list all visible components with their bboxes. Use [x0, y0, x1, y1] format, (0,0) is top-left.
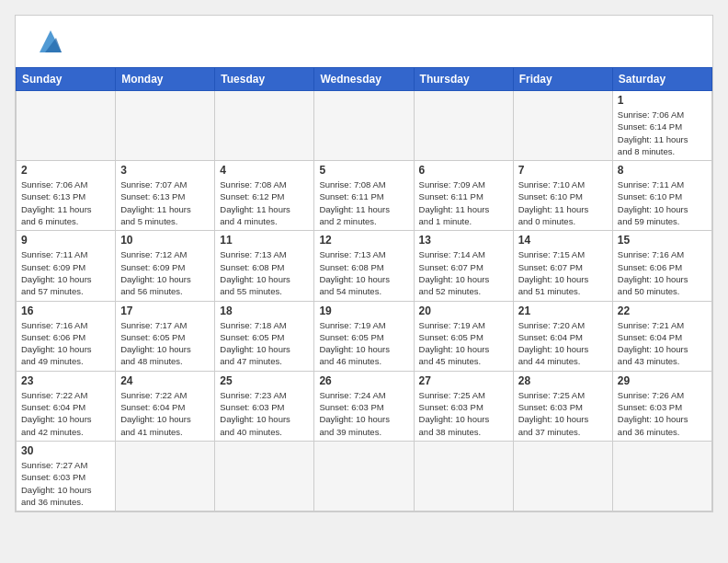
calendar-week-6: 30Sunrise: 7:27 AM Sunset: 6:03 PM Dayli… [17, 441, 712, 511]
calendar-cell: 9Sunrise: 7:11 AM Sunset: 6:09 PM Daylig… [17, 231, 116, 301]
calendar-cell: 1Sunrise: 7:06 AM Sunset: 6:14 PM Daylig… [612, 91, 711, 161]
day-number: 22 [618, 304, 707, 317]
day-number: 14 [518, 234, 608, 247]
calendar-week-2: 2Sunrise: 7:06 AM Sunset: 6:13 PM Daylig… [17, 161, 712, 231]
calendar-cell: 24Sunrise: 7:22 AM Sunset: 6:04 PM Dayli… [116, 371, 215, 441]
day-info: Sunrise: 7:25 AM Sunset: 6:03 PM Dayligh… [518, 389, 608, 438]
calendar-cell: 2Sunrise: 7:06 AM Sunset: 6:13 PM Daylig… [17, 161, 116, 231]
day-info: Sunrise: 7:17 AM Sunset: 6:05 PM Dayligh… [120, 319, 210, 368]
day-number: 30 [21, 444, 110, 457]
calendar-cell [314, 91, 414, 161]
calendar-table: SundayMondayTuesdayWednesdayThursdayFrid… [16, 67, 712, 511]
weekday-header-tuesday: Tuesday [215, 68, 314, 91]
day-info: Sunrise: 7:11 AM Sunset: 6:09 PM Dayligh… [21, 248, 110, 297]
calendar-cell: 19Sunrise: 7:19 AM Sunset: 6:05 PM Dayli… [314, 301, 414, 371]
calendar-cell: 28Sunrise: 7:25 AM Sunset: 6:03 PM Dayli… [513, 371, 612, 441]
day-number: 25 [220, 374, 309, 387]
day-info: Sunrise: 7:06 AM Sunset: 6:14 PM Dayligh… [618, 109, 707, 157]
day-info: Sunrise: 7:22 AM Sunset: 6:04 PM Dayligh… [21, 389, 110, 438]
day-info: Sunrise: 7:09 AM Sunset: 6:11 PM Dayligh… [419, 178, 508, 227]
calendar-cell: 29Sunrise: 7:26 AM Sunset: 6:03 PM Dayli… [612, 371, 711, 441]
calendar-cell [513, 441, 612, 511]
calendar-cell: 3Sunrise: 7:07 AM Sunset: 6:13 PM Daylig… [116, 161, 215, 231]
day-number: 2 [21, 164, 110, 177]
day-info: Sunrise: 7:12 AM Sunset: 6:09 PM Dayligh… [120, 248, 210, 297]
calendar-cell: 18Sunrise: 7:18 AM Sunset: 6:05 PM Dayli… [215, 301, 314, 371]
calendar-cell [17, 91, 116, 161]
calendar-cell [215, 91, 314, 161]
day-info: Sunrise: 7:19 AM Sunset: 6:05 PM Dayligh… [319, 319, 408, 368]
calendar-cell: 16Sunrise: 7:16 AM Sunset: 6:06 PM Dayli… [17, 301, 116, 371]
weekday-header-friday: Friday [513, 68, 612, 91]
calendar-cell: 20Sunrise: 7:19 AM Sunset: 6:05 PM Dayli… [414, 301, 513, 371]
calendar-cell: 14Sunrise: 7:15 AM Sunset: 6:07 PM Dayli… [513, 231, 612, 301]
logo-icon [36, 27, 65, 60]
calendar-cell: 13Sunrise: 7:14 AM Sunset: 6:07 PM Dayli… [414, 231, 513, 301]
day-number: 27 [419, 374, 508, 387]
calendar-cell: 5Sunrise: 7:08 AM Sunset: 6:11 PM Daylig… [314, 161, 414, 231]
day-number: 9 [21, 234, 110, 247]
calendar-cell [314, 441, 414, 511]
calendar-week-4: 16Sunrise: 7:16 AM Sunset: 6:06 PM Dayli… [17, 301, 712, 371]
day-info: Sunrise: 7:15 AM Sunset: 6:07 PM Dayligh… [518, 248, 608, 297]
day-number: 15 [618, 234, 707, 247]
day-info: Sunrise: 7:18 AM Sunset: 6:05 PM Dayligh… [220, 319, 309, 368]
day-info: Sunrise: 7:08 AM Sunset: 6:11 PM Dayligh… [319, 178, 408, 227]
day-number: 5 [319, 164, 408, 177]
day-info: Sunrise: 7:08 AM Sunset: 6:12 PM Dayligh… [220, 178, 309, 227]
calendar-cell [513, 91, 612, 161]
logo [30, 27, 65, 60]
day-number: 12 [319, 234, 408, 247]
calendar-cell [414, 91, 513, 161]
day-number: 17 [120, 304, 210, 317]
calendar-week-1: 1Sunrise: 7:06 AM Sunset: 6:14 PM Daylig… [17, 91, 712, 161]
calendar-cell: 15Sunrise: 7:16 AM Sunset: 6:06 PM Dayli… [612, 231, 711, 301]
weekday-header-sunday: Sunday [17, 68, 116, 91]
day-info: Sunrise: 7:25 AM Sunset: 6:03 PM Dayligh… [419, 389, 508, 438]
calendar-cell [414, 441, 513, 511]
day-number: 19 [319, 304, 408, 317]
day-number: 16 [21, 304, 110, 317]
day-info: Sunrise: 7:06 AM Sunset: 6:13 PM Dayligh… [21, 178, 110, 227]
calendar-cell: 6Sunrise: 7:09 AM Sunset: 6:11 PM Daylig… [414, 161, 513, 231]
day-number: 28 [518, 374, 608, 387]
calendar-cell [612, 441, 711, 511]
calendar-cell [116, 91, 215, 161]
day-number: 4 [220, 164, 309, 177]
calendar-cell: 27Sunrise: 7:25 AM Sunset: 6:03 PM Dayli… [414, 371, 513, 441]
day-number: 13 [419, 234, 508, 247]
day-number: 23 [21, 374, 110, 387]
calendar-cell: 26Sunrise: 7:24 AM Sunset: 6:03 PM Dayli… [314, 371, 414, 441]
calendar-cell: 25Sunrise: 7:23 AM Sunset: 6:03 PM Dayli… [215, 371, 314, 441]
calendar-week-3: 9Sunrise: 7:11 AM Sunset: 6:09 PM Daylig… [17, 231, 712, 301]
day-number: 29 [618, 374, 707, 387]
day-number: 21 [518, 304, 608, 317]
calendar-cell: 10Sunrise: 7:12 AM Sunset: 6:09 PM Dayli… [116, 231, 215, 301]
day-info: Sunrise: 7:24 AM Sunset: 6:03 PM Dayligh… [319, 389, 408, 438]
day-number: 11 [220, 234, 309, 247]
day-info: Sunrise: 7:13 AM Sunset: 6:08 PM Dayligh… [319, 248, 408, 297]
weekday-header-thursday: Thursday [414, 68, 513, 91]
weekday-header-monday: Monday [116, 68, 215, 91]
day-number: 10 [120, 234, 210, 247]
day-info: Sunrise: 7:13 AM Sunset: 6:08 PM Dayligh… [220, 248, 309, 297]
day-info: Sunrise: 7:10 AM Sunset: 6:10 PM Dayligh… [518, 178, 608, 227]
weekday-header-row: SundayMondayTuesdayWednesdayThursdayFrid… [17, 68, 712, 91]
day-info: Sunrise: 7:19 AM Sunset: 6:05 PM Dayligh… [419, 319, 508, 368]
day-info: Sunrise: 7:16 AM Sunset: 6:06 PM Dayligh… [21, 319, 110, 368]
day-info: Sunrise: 7:26 AM Sunset: 6:03 PM Dayligh… [618, 389, 707, 438]
calendar-cell: 12Sunrise: 7:13 AM Sunset: 6:08 PM Dayli… [314, 231, 414, 301]
day-info: Sunrise: 7:27 AM Sunset: 6:03 PM Dayligh… [21, 459, 110, 508]
weekday-header-wednesday: Wednesday [314, 68, 414, 91]
calendar-cell: 23Sunrise: 7:22 AM Sunset: 6:04 PM Dayli… [17, 371, 116, 441]
day-number: 3 [120, 164, 210, 177]
day-number: 26 [319, 374, 408, 387]
calendar-cell: 17Sunrise: 7:17 AM Sunset: 6:05 PM Dayli… [116, 301, 215, 371]
day-info: Sunrise: 7:14 AM Sunset: 6:07 PM Dayligh… [419, 248, 508, 297]
day-number: 7 [518, 164, 608, 177]
calendar-cell: 21Sunrise: 7:20 AM Sunset: 6:04 PM Dayli… [513, 301, 612, 371]
day-info: Sunrise: 7:22 AM Sunset: 6:04 PM Dayligh… [120, 389, 210, 438]
weekday-header-saturday: Saturday [612, 68, 711, 91]
day-info: Sunrise: 7:20 AM Sunset: 6:04 PM Dayligh… [518, 319, 608, 368]
day-info: Sunrise: 7:16 AM Sunset: 6:06 PM Dayligh… [618, 248, 707, 297]
